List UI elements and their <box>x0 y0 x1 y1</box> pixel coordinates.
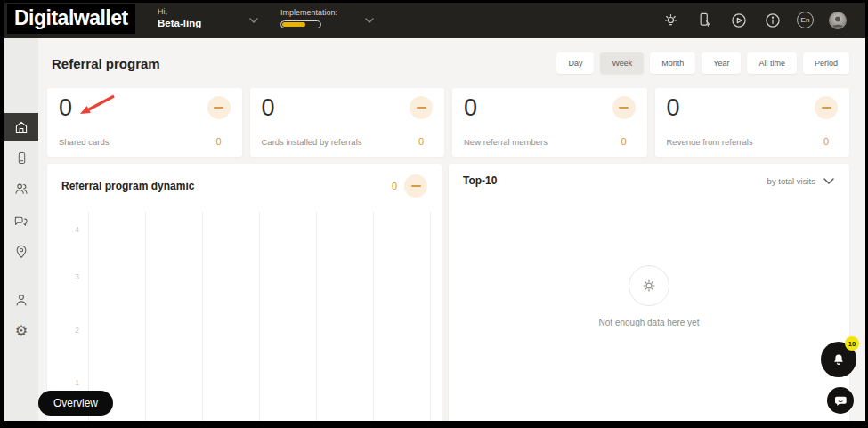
referral-dynamic-panel: Referral program dynamic 0 4 3 2 1 <box>47 164 442 421</box>
filter-month[interactable]: Month <box>650 52 695 74</box>
stat-value: 0 <box>667 96 753 120</box>
y-axis-tick: 1 <box>65 378 79 387</box>
stat-label: Shared cards <box>59 137 110 147</box>
progress-bar <box>280 20 321 28</box>
stat-label: New referral members <box>464 137 548 147</box>
panel-title: Top-10 <box>463 174 497 187</box>
sidebar-item-locations[interactable] <box>4 238 38 266</box>
empty-state-text: Not enough data here yet <box>463 318 835 327</box>
sidebar-item-staff[interactable] <box>4 286 38 314</box>
app-window: Digitalwallet Hi, Beta-ling Implementati… <box>0 0 868 428</box>
filter-alltime[interactable]: All time <box>747 52 797 74</box>
minus-badge-icon[interactable] <box>410 96 433 119</box>
time-filters: Day Week Month Year All time Period <box>556 52 849 74</box>
sidebar-item-cards[interactable] <box>4 143 38 172</box>
support-chat-button[interactable] <box>827 387 854 414</box>
chevron-down-icon[interactable] <box>248 17 259 24</box>
gridline <box>88 212 89 421</box>
play-video-icon[interactable] <box>729 11 748 29</box>
implementation-progress: Implementation: <box>280 8 337 28</box>
gridline <box>145 212 146 421</box>
minus-badge-icon[interactable] <box>815 96 838 119</box>
progress-fill <box>282 22 305 27</box>
sort-dropdown[interactable]: by total visits <box>767 176 835 186</box>
chat-bubble-icon <box>833 393 848 408</box>
panel-counter: 0 <box>392 181 397 191</box>
empty-state: Not enough data here yet <box>463 265 835 327</box>
minus-badge-icon[interactable] <box>404 174 427 198</box>
card-terminal-icon <box>14 150 29 166</box>
stat-label: Cards installed by referrals <box>262 137 362 147</box>
header-icons: En <box>661 11 847 29</box>
chats-icon <box>13 213 29 229</box>
stat-value: 0 <box>262 96 362 120</box>
panel-title: Referral program dynamic <box>61 180 194 192</box>
sidebar-item-chats[interactable] <box>4 206 38 235</box>
notification-count-badge: 10 <box>845 336 859 351</box>
filter-week[interactable]: Week <box>600 52 644 74</box>
location-pin-icon <box>13 244 29 260</box>
stats-row: 0 Shared cards 0 0 Cards installed by re… <box>47 88 849 157</box>
sun-icon <box>639 276 659 295</box>
sort-label: by total visits <box>767 176 815 186</box>
logo[interactable]: Digitalwallet <box>7 4 135 34</box>
notifications-button[interactable]: 10 <box>821 342 856 377</box>
user-greeting[interactable]: Hi, Beta-ling <box>158 7 201 28</box>
y-axis-tick: 4 <box>65 225 79 234</box>
idea-bulb-icon[interactable] <box>661 11 680 29</box>
gridline <box>373 212 374 421</box>
stat-counter: 0 <box>621 136 626 147</box>
bell-icon <box>831 351 847 367</box>
home-icon <box>13 119 29 135</box>
overview-tour-pill[interactable]: Overview <box>38 391 113 416</box>
main-content: Referral program Day Week Month Year All… <box>38 38 865 421</box>
filter-period[interactable]: Period <box>803 52 849 74</box>
minus-badge-icon[interactable] <box>612 96 636 119</box>
title-row: Referral program Day Week Month Year All… <box>52 52 849 74</box>
stat-counter: 0 <box>418 136 424 147</box>
top-header: Digitalwallet Hi, Beta-ling Implementati… <box>4 3 865 38</box>
gridline <box>430 212 431 421</box>
stat-card-revenue: 0 Revenue from referrals 0 <box>655 88 850 157</box>
sidebar-item-settings[interactable]: ⚙ <box>4 317 38 345</box>
stat-value: 0 <box>464 96 548 120</box>
language-switch[interactable]: En <box>797 12 814 28</box>
sidebar-item-clients[interactable] <box>4 174 38 203</box>
greeting-name: Beta-ling <box>158 18 201 28</box>
sidebar-item-home[interactable] <box>4 113 38 141</box>
page-title: Referral program <box>52 56 160 71</box>
filter-year[interactable]: Year <box>702 52 741 74</box>
gear-icon: ⚙ <box>15 324 28 338</box>
stat-card-cards-installed: 0 Cards installed by referrals 0 <box>250 88 445 157</box>
chart-plot-area: 4 3 2 1 <box>61 212 427 421</box>
gridline <box>316 212 317 421</box>
sidebar: ⚙ <box>4 38 38 421</box>
chevron-down-icon[interactable] <box>364 17 375 24</box>
avatar[interactable] <box>829 12 847 29</box>
filter-day[interactable]: Day <box>556 52 594 74</box>
stat-counter: 0 <box>823 136 829 147</box>
mobile-demo-icon[interactable] <box>695 11 714 29</box>
minus-badge-icon[interactable] <box>207 96 231 119</box>
charts-row: Referral program dynamic 0 4 3 2 1 <box>47 164 849 421</box>
gridline <box>259 212 260 421</box>
y-axis-tick: 2 <box>65 326 79 335</box>
gridline <box>202 212 203 421</box>
chevron-down-icon <box>823 177 835 185</box>
stat-card-new-members: 0 New referral members 0 <box>452 88 647 157</box>
viewport: Digitalwallet Hi, Beta-ling Implementati… <box>4 3 865 421</box>
users-icon <box>13 181 29 197</box>
info-icon[interactable] <box>763 11 782 29</box>
top10-panel: Top-10 by total visits Not enough data h… <box>449 164 849 421</box>
stat-counter: 0 <box>215 136 221 147</box>
implementation-label: Implementation: <box>280 8 337 17</box>
y-axis-tick: 3 <box>65 272 79 281</box>
person-icon <box>13 292 29 308</box>
stat-label: Revenue from referrals <box>667 137 753 147</box>
greeting-hi: Hi, <box>158 7 201 16</box>
annotation-arrow <box>74 90 123 124</box>
